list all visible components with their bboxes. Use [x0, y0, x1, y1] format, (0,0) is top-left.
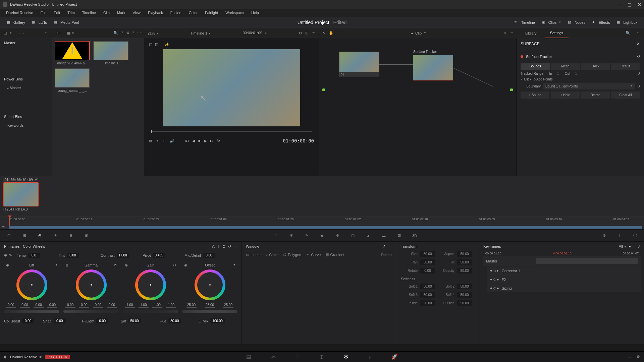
lift-jog[interactable] [4, 310, 59, 313]
wheel-val[interactable]: 0.00 [79, 303, 89, 308]
minimize-button[interactable]: — [617, 2, 622, 7]
reset-icon[interactable]: ↺ [54, 263, 57, 267]
kf-corrector1[interactable]: ● ◇ ▸Corrector 1 [487, 266, 641, 275]
menu-clip[interactable]: Clip [100, 10, 113, 16]
close-icon[interactable]: ✕ [637, 42, 640, 46]
waveform-icon[interactable]: ⫴ [616, 232, 623, 239]
vectors-icon[interactable]: ⊕ [67, 232, 74, 239]
nodes-button[interactable]: ⊟Nodes [565, 18, 589, 26]
tilt-input[interactable]: 50.00 [457, 259, 472, 265]
pill-mesh[interactable]: Mesh [551, 63, 580, 70]
settings-icon[interactable]: ⚙ [637, 355, 640, 359]
viewer-opt-icon[interactable]: ▢ [149, 42, 152, 47]
more-icon[interactable]: ⋯ [388, 244, 392, 249]
clips-button[interactable]: ▣Clips▼ [538, 18, 565, 26]
blur-icon[interactable]: ▲ [365, 232, 372, 239]
gamma-wheel[interactable] [76, 269, 107, 300]
btn-clearall[interactable]: Clear All [611, 92, 640, 99]
key-icon[interactable]: ▬ [380, 232, 387, 239]
power-bins-hdr[interactable]: Power Bins [0, 74, 52, 84]
prev-frame-icon[interactable]: ◀ [192, 139, 195, 143]
shape-gradient[interactable]: ▤Gradient [325, 252, 344, 257]
soft 1-input[interactable]: 50.00 [420, 284, 435, 289]
viewer-opt-icon[interactable]: ◫ [155, 42, 158, 47]
pill-bounds[interactable]: Bounds [521, 63, 550, 70]
kf-all[interactable]: All [619, 244, 623, 248]
btn-delete[interactable]: Delete [581, 92, 610, 99]
wheel-val[interactable]: 1.00 [125, 303, 135, 308]
more-icon[interactable]: ⋯ [45, 31, 49, 35]
reset-icon[interactable]: ↺ [637, 72, 640, 75]
offset-jog[interactable] [182, 310, 237, 313]
menu-file[interactable]: File [37, 10, 50, 16]
delete-shape[interactable]: Delete [381, 253, 392, 257]
gain-wheel[interactable] [135, 269, 166, 300]
reset-icon[interactable]: ↺ [382, 244, 385, 249]
curves-icon[interactable]: ◠ [5, 232, 13, 239]
disable-icon[interactable]: ⊖ [163, 139, 166, 143]
hue-icon[interactable]: ✦ [52, 232, 59, 239]
last-frame-icon[interactable]: ⏭ [210, 139, 214, 143]
settings-tab[interactable]: Settings [545, 28, 569, 38]
grid-icon[interactable]: ▦ [67, 31, 70, 35]
reset-icon[interactable]: ↺ [114, 263, 117, 267]
reset-icon[interactable]: ↺ [637, 54, 640, 59]
wheel-val[interactable]: 25.00 [223, 303, 233, 308]
expand-icon[interactable]: ⤢ [638, 244, 641, 248]
sort-icon[interactable]: ⇅ [126, 31, 129, 35]
warper-icon[interactable]: ✻ [287, 232, 295, 239]
pan-input[interactable]: 50.00 [420, 259, 435, 265]
wheel-val[interactable]: 0.00 [34, 303, 44, 308]
kf-sizing[interactable]: ● ◇ ▸Sizing [487, 284, 641, 292]
offset-wheel[interactable] [195, 269, 225, 300]
contrast-input[interactable]: 1.000 [117, 253, 129, 258]
deliver-page[interactable]: 🚀 [391, 354, 398, 360]
wheels-mode-icon[interactable]: ◎ [212, 244, 215, 249]
zoom-value[interactable]: 21% [148, 31, 155, 35]
lift-wheel[interactable] [16, 269, 47, 300]
shape-linear[interactable]: ▭Linear [246, 252, 261, 257]
wheel-val[interactable]: 0.00 [93, 303, 103, 308]
sizing-icon[interactable]: ⊡ [395, 232, 403, 239]
clip-thumb[interactable] [3, 182, 46, 206]
fusion-page[interactable]: ⊚ [319, 354, 324, 360]
node-graph[interactable]: 01 Surface Tracker [319, 38, 517, 176]
video-track[interactable] [9, 226, 642, 229]
pointer-icon[interactable]: ↖ [322, 31, 325, 35]
reset-icon[interactable]: ↺ [173, 263, 176, 267]
boundary-select[interactable]: Bound 1 T...ew Points▼ [543, 83, 635, 89]
tint-input[interactable]: 0.00 [67, 253, 79, 258]
gamma-jog[interactable] [63, 310, 119, 313]
keywords-bin[interactable]: Keywords [0, 121, 52, 129]
outside-input[interactable]: 50.00 [457, 300, 472, 306]
wheel-val[interactable]: 1.00 [139, 303, 149, 308]
more-icon[interactable]: ⋯ [509, 31, 513, 35]
pill-result[interactable]: Result [611, 63, 640, 70]
gain-jog[interactable] [123, 310, 178, 313]
enabled-dot[interactable] [521, 55, 523, 58]
menu-playback[interactable]: Playback [145, 10, 166, 16]
fx-icon[interactable]: ⊛ [149, 139, 152, 143]
clip-select[interactable]: Clip [415, 31, 422, 35]
nav-back-icon[interactable]: ‹ [19, 31, 20, 35]
colboost-input[interactable]: 0.00 [22, 318, 34, 323]
curve-tool-icon[interactable]: ／ [272, 232, 279, 239]
viewer-frame[interactable]: ↖ [163, 49, 300, 126]
inside-input[interactable]: 50.00 [420, 300, 435, 306]
yrgb-icon[interactable]: ⊕ [184, 263, 187, 267]
menu-timeline[interactable]: Timeline [79, 10, 99, 16]
kf-master[interactable]: Master [483, 256, 641, 266]
media-page[interactable]: ▤ [246, 354, 251, 360]
click-points-section[interactable]: Click To Add Points [524, 77, 552, 81]
rotate-input[interactable]: 0.00 [420, 268, 435, 274]
lightbox-button[interactable]: ▦Lightbox [613, 18, 641, 26]
pb-master[interactable]: ▸ Master [0, 84, 52, 92]
input-handle[interactable] [322, 88, 325, 91]
node-surface-tracker[interactable]: Surface Tracker [413, 55, 453, 80]
wheel-val[interactable]: 1.00 [152, 303, 162, 308]
bars-mode-icon[interactable]: ⫴ [218, 244, 220, 249]
menu-davinciresolve[interactable]: DaVinci Resolve [3, 10, 37, 16]
dropper-icon[interactable]: ✎ [303, 232, 310, 239]
search-icon[interactable]: 🔍 [626, 31, 630, 35]
temp-input[interactable]: 0.0 [28, 253, 40, 258]
